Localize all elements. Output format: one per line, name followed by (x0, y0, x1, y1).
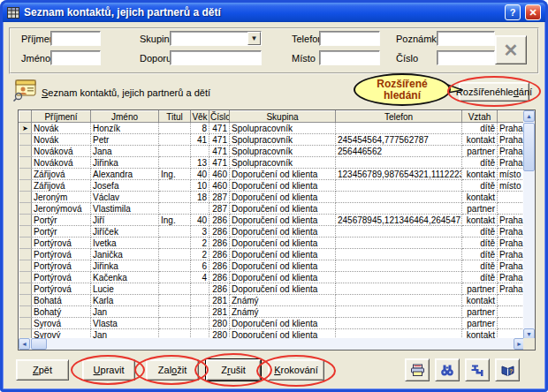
table-cell[interactable] (336, 306, 462, 318)
table-cell[interactable]: dítě (462, 123, 498, 134)
table-cell[interactable]: dítě (462, 180, 498, 192)
table-row[interactable]: PortýrJiříček3286Doporučení od klientadí… (19, 226, 524, 237)
table-cell[interactable]: Zářijová (32, 169, 91, 180)
table-cell[interactable]: 256446562 (336, 146, 462, 157)
doporucil-input[interactable] (170, 50, 262, 65)
table-cell[interactable]: Zářijová (32, 180, 91, 192)
stepping-button[interactable]: Krokování (268, 359, 324, 381)
table-cell[interactable]: 281 (209, 306, 230, 318)
horizontal-scroll-thumb[interactable] (31, 338, 47, 350)
row-selector[interactable] (19, 295, 32, 306)
cislo-input[interactable] (437, 50, 495, 65)
row-selector[interactable] (19, 249, 32, 260)
row-selector[interactable] (19, 180, 32, 192)
table-cell[interactable]: Nováková (32, 157, 91, 169)
table-cell[interactable]: Doporučení od klienta (230, 318, 336, 329)
table-cell[interactable]: dítě (462, 249, 498, 260)
search-button[interactable] (435, 358, 460, 381)
table-cell[interactable]: Doporučení od klienta (230, 215, 336, 226)
table-cell[interactable]: kontakt (462, 215, 498, 226)
table-row[interactable]: ZářijováJosefa10460Doporučení od klienta… (19, 180, 524, 192)
table-cell[interactable]: Doporučení od klienta (230, 283, 336, 295)
table-cell[interactable]: Doporučení od klienta (230, 226, 336, 237)
poznamka-input[interactable] (437, 31, 495, 46)
table-cell[interactable]: Praha 7 (498, 272, 524, 283)
table-cell[interactable] (159, 295, 191, 306)
table-cell[interactable]: Novák (32, 123, 91, 134)
table-cell[interactable]: Kačenka (91, 272, 159, 283)
table-cell[interactable]: kontakt (462, 169, 498, 180)
row-selector[interactable] (19, 134, 32, 146)
row-selector[interactable] (19, 283, 32, 295)
table-cell[interactable]: Doporučení od klienta (230, 272, 336, 283)
table-cell[interactable]: Petr (91, 134, 159, 146)
column-header[interactable]: Věk (191, 111, 209, 123)
table-cell[interactable]: dítě (462, 272, 498, 283)
table-row[interactable]: NovákPetr41471Spolupracovník245454564,77… (19, 134, 524, 146)
select-all-header[interactable] (19, 111, 32, 123)
help-book-button[interactable]: ? (495, 358, 520, 381)
table-cell[interactable] (498, 306, 524, 318)
table-cell[interactable] (191, 295, 209, 306)
table-cell[interactable]: Doporučení od klienta (230, 249, 336, 260)
column-header[interactable]: Jméno (91, 111, 159, 123)
table-cell[interactable] (159, 260, 191, 272)
table-cell[interactable]: Portýrová (32, 272, 91, 283)
table-cell[interactable]: Portýrová (32, 260, 91, 272)
table-cell[interactable]: partner (462, 306, 498, 318)
table-cell[interactable]: Známý (230, 306, 336, 318)
title-bar[interactable]: Seznam kontaktů, jejich partnerů a dětí … (3, 3, 545, 22)
table-cell[interactable] (336, 180, 462, 192)
table-cell[interactable] (159, 192, 191, 203)
back-button[interactable]: Zpět (16, 359, 69, 381)
clear-filter-button[interactable]: ✕ (495, 35, 527, 64)
row-selector[interactable] (19, 226, 32, 237)
table-cell[interactable]: 471 (209, 123, 230, 134)
table-cell[interactable] (159, 237, 191, 249)
row-selector[interactable] (19, 192, 32, 203)
prijmeni-input[interactable] (50, 31, 101, 46)
table-cell[interactable]: Bohatá (32, 295, 91, 306)
table-cell[interactable] (498, 318, 524, 329)
column-header[interactable]: Skupina (230, 111, 336, 123)
table-cell[interactable]: 4 (191, 272, 209, 283)
table-cell[interactable] (498, 203, 524, 215)
table-cell[interactable]: 18 (191, 192, 209, 203)
table-cell[interactable] (336, 237, 462, 249)
table-cell[interactable]: 245678945,121346464,264547131 (336, 215, 462, 226)
table-cell[interactable]: 3 (191, 226, 209, 237)
table-row[interactable]: PortýrováKačenka4286Doporučení od klient… (19, 272, 524, 283)
table-cell[interactable]: 286 (209, 272, 230, 283)
table-cell[interactable]: dítě (462, 237, 498, 249)
edit-button[interactable]: Upravit (82, 359, 135, 381)
row-selector[interactable] (19, 306, 32, 318)
table-cell[interactable]: Karla (91, 295, 159, 306)
table-cell[interactable] (159, 203, 191, 215)
table-row[interactable]: BohatýJan281Známýpartner (19, 306, 524, 318)
table-cell[interactable]: Portýrová (32, 283, 91, 295)
table-cell[interactable] (191, 318, 209, 329)
table-cell[interactable] (498, 295, 524, 306)
table-cell[interactable]: kontakt (462, 134, 498, 146)
table-cell[interactable] (336, 283, 462, 295)
table-cell[interactable] (159, 134, 191, 146)
close-button[interactable]: ✕ (525, 4, 541, 20)
table-cell[interactable]: dítě (462, 260, 498, 272)
table-cell[interactable]: 245454564,777562787 (336, 134, 462, 146)
table-cell[interactable]: 471 (209, 146, 230, 157)
table-cell[interactable]: Doporučení od klienta (230, 203, 336, 215)
vertical-scrollbar[interactable]: ▲ ▼ (523, 110, 535, 340)
table-cell[interactable]: Praha 7 (498, 249, 524, 260)
table-cell[interactable] (336, 272, 462, 283)
table-cell[interactable]: Praha 7 (498, 215, 524, 226)
table-cell[interactable]: 2 (191, 237, 209, 249)
table-cell[interactable] (159, 226, 191, 237)
table-cell[interactable]: dítě (462, 226, 498, 237)
table-cell[interactable] (336, 203, 462, 215)
table-cell[interactable]: 286 (209, 215, 230, 226)
table-cell[interactable]: Praha 7 (498, 260, 524, 272)
table-cell[interactable]: Praha 7 (498, 283, 524, 295)
table-row[interactable]: PortýrováJanička2286Doporučení od klient… (19, 249, 524, 260)
table-cell[interactable]: Syrová (32, 318, 91, 329)
table-cell[interactable]: 41 (191, 134, 209, 146)
